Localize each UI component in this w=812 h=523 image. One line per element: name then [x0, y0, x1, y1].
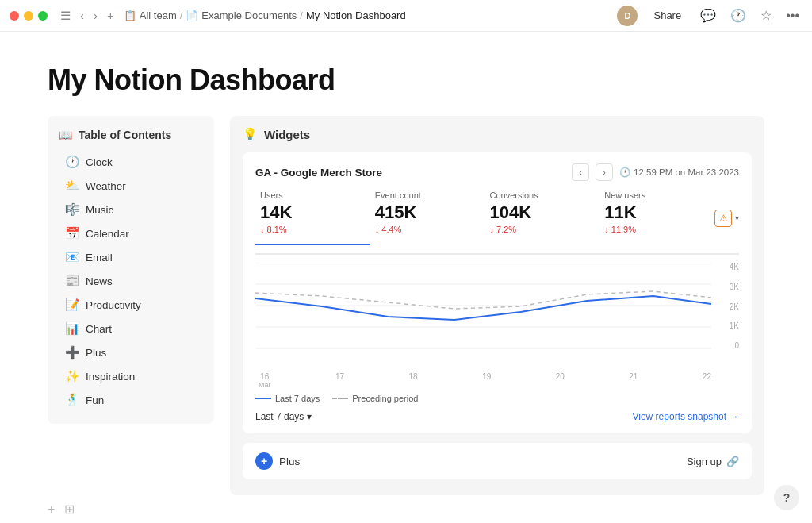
- maximize-button[interactable]: [38, 11, 48, 21]
- close-button[interactable]: [10, 11, 19, 21]
- add-block-button[interactable]: +: [48, 502, 55, 517]
- widgets-bulb-icon: 💡: [243, 127, 258, 141]
- ga-timestamp: 🕐 12:59 PM on Mar 23 2023: [619, 167, 739, 178]
- toc-header: 📖 Table of Contents: [59, 129, 203, 141]
- link-icon: 🔗: [726, 456, 739, 467]
- breadcrumb-current[interactable]: My Notion Dashboard: [306, 10, 406, 21]
- toc-item-news[interactable]: 📰 News: [59, 270, 203, 292]
- toc-item-fun[interactable]: 🕺 Fun: [59, 389, 203, 411]
- plus-circle-icon: +: [255, 452, 273, 470]
- ga-metric-users: Users 14K ↓ 8.1%: [255, 190, 370, 245]
- dropdown-chevron-icon: ▾: [307, 411, 312, 422]
- calendar-icon: 📅: [65, 226, 79, 240]
- grid-view-button[interactable]: ⊞: [64, 502, 75, 517]
- ga-nav: ‹ › 🕐 12:59 PM on Mar 23 2023: [572, 163, 739, 181]
- toc-item-calendar[interactable]: 📅 Calendar: [59, 222, 203, 244]
- chart-x-labels: 16 Mar 17 18 19 20 21 22: [255, 372, 739, 389]
- breadcrumb-emoji: 📄: [186, 10, 198, 21]
- star-icon[interactable]: ☆: [757, 6, 775, 25]
- warning-dropdown[interactable]: ▾: [735, 213, 739, 222]
- ga-metrics: Users 14K ↓ 8.1% Event count 415K ↓ 4.4%…: [255, 190, 739, 255]
- content-row: 📖 Table of Contents 🕐 Clock ⛅ Weather 🎼 …: [48, 116, 764, 495]
- legend-preceding: Preceding period: [332, 394, 418, 403]
- chart-y-labels: 4K 3K 2K 1K 0: [715, 263, 739, 350]
- help-button[interactable]: ?: [774, 485, 799, 510]
- traffic-lights: [10, 11, 48, 21]
- toc-items: 🕐 Clock ⛅ Weather 🎼 Music 📅 Calendar: [59, 151, 203, 411]
- share-button[interactable]: Share: [645, 6, 689, 25]
- hamburger-icon[interactable]: ☰: [57, 7, 74, 25]
- music-icon: 🎼: [65, 202, 79, 217]
- clock-icon: 🕐: [65, 155, 79, 169]
- toc-item-music[interactable]: 🎼 Music: [59, 198, 203, 221]
- email-icon: 📧: [65, 250, 79, 264]
- news-icon: 📰: [65, 274, 79, 288]
- toc-book-icon: 📖: [59, 129, 72, 141]
- ga-widget: GA - Google Merch Store ‹ › 🕐 12:59 PM o…: [243, 152, 752, 433]
- view-reports-link[interactable]: View reports snapshot →: [632, 411, 739, 422]
- minimize-button[interactable]: [24, 11, 33, 21]
- plus-widget: + Plus Sign up 🔗: [243, 443, 752, 479]
- x-label-21: 21: [629, 372, 638, 389]
- toc-panel: 📖 Table of Contents 🕐 Clock ⛅ Weather 🎼 …: [48, 116, 214, 424]
- x-label-19: 19: [482, 372, 491, 389]
- history-icon[interactable]: 🕐: [727, 6, 749, 25]
- titlebar-actions: D Share 💬 🕐 ☆ •••: [617, 6, 802, 26]
- legend-solid-line: [255, 398, 271, 399]
- warning-icon: ⚠: [714, 210, 732, 227]
- plus-left: + Plus: [255, 452, 300, 470]
- analytics-chart: [255, 263, 711, 350]
- ga-next-button[interactable]: ›: [596, 163, 613, 181]
- titlebar: ☰ ‹ › + 📋 All team / 📄 Example Documents…: [0, 0, 812, 32]
- toc-item-weather[interactable]: ⛅ Weather: [59, 175, 203, 197]
- chart-icon: 📊: [65, 321, 79, 336]
- nav-arrows: ☰ ‹ › +: [57, 7, 117, 25]
- ga-header: GA - Google Merch Store ‹ › 🕐 12:59 PM o…: [255, 163, 739, 181]
- x-label-16: 16 Mar: [259, 372, 271, 389]
- toc-item-plus[interactable]: ➕ Plus: [59, 341, 203, 363]
- toc-item-productivity[interactable]: 📝 Productivity: [59, 294, 203, 316]
- legend-dashed-line: [332, 398, 348, 399]
- productivity-icon: 📝: [65, 298, 79, 312]
- legend-current: Last 7 days: [255, 394, 320, 403]
- comment-icon[interactable]: 💬: [697, 6, 719, 25]
- page-area: My Notion Dashboard 📖 Table of Contents …: [0, 32, 812, 495]
- x-label-18: 18: [409, 372, 418, 389]
- breadcrumb: 📋 All team / 📄 Example Documents / My No…: [124, 10, 611, 21]
- toc-item-chart[interactable]: 📊 Chart: [59, 317, 203, 340]
- plus-icon: ➕: [65, 345, 79, 360]
- x-label-22: 22: [703, 372, 711, 389]
- widgets-header: 💡 Widgets: [243, 127, 752, 141]
- avatar: D: [617, 6, 638, 26]
- chart-container: 4K 3K 2K 1K 0: [255, 263, 739, 366]
- new-tab-button[interactable]: +: [104, 7, 117, 25]
- clock-small-icon: 🕐: [619, 167, 630, 178]
- toc-item-clock[interactable]: 🕐 Clock: [59, 151, 203, 173]
- ga-metric-new-users: New users 11K ↓ 11.9%: [599, 190, 714, 245]
- arrow-right-icon: →: [730, 411, 739, 422]
- page-title: My Notion Dashboard: [48, 63, 764, 97]
- more-icon[interactable]: •••: [783, 7, 802, 25]
- ga-metric-conversions: Conversions 104K ↓ 7.2%: [485, 190, 600, 245]
- back-button[interactable]: ‹: [77, 7, 87, 25]
- breadcrumb-team[interactable]: All team: [140, 10, 177, 21]
- breadcrumb-docs[interactable]: Example Documents: [201, 10, 297, 21]
- main-layout: My Notion Dashboard 📖 Table of Contents …: [0, 32, 812, 523]
- fun-icon: 🕺: [65, 393, 79, 407]
- bottom-bar: + ⊞: [0, 495, 812, 523]
- forward-button[interactable]: ›: [90, 7, 101, 25]
- x-label-20: 20: [556, 372, 565, 389]
- toc-item-email[interactable]: 📧 Email: [59, 246, 203, 268]
- ga-metric-events: Event count 415K ↓ 4.4%: [370, 190, 485, 245]
- weather-icon: ⛅: [65, 179, 79, 193]
- widgets-panel: 💡 Widgets GA - Google Merch Store ‹ › 🕐 …: [230, 116, 764, 495]
- warning-badge: ⚠ ▾: [714, 190, 739, 245]
- notion-icon: 📋: [124, 10, 136, 21]
- time-range-button[interactable]: Last 7 days ▾: [255, 411, 312, 422]
- chart-legend: Last 7 days Preceding period: [255, 394, 739, 403]
- toc-item-inspiration[interactable]: ✨ Inspiration: [59, 365, 203, 387]
- signup-button[interactable]: Sign up 🔗: [687, 456, 739, 467]
- ga-prev-button[interactable]: ‹: [572, 163, 589, 181]
- ga-footer: Last 7 days ▾ View reports snapshot →: [255, 411, 739, 422]
- ga-title: GA - Google Merch Store: [255, 167, 382, 179]
